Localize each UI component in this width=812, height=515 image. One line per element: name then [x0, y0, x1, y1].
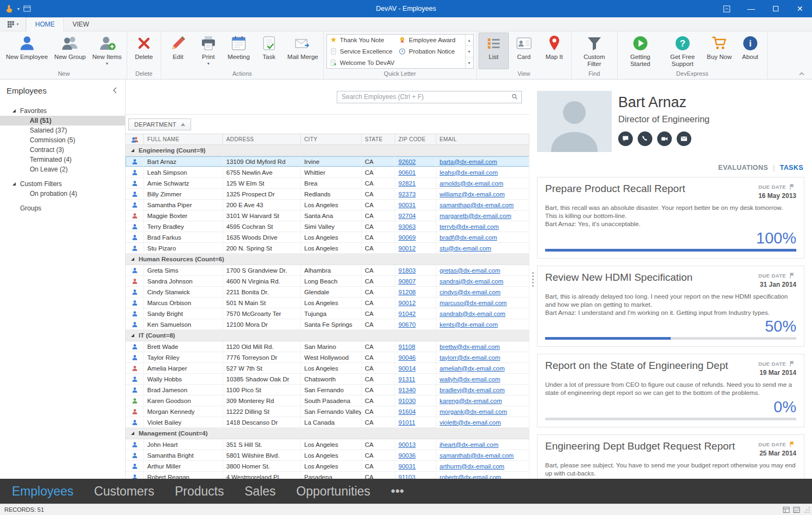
- zip-link[interactable]: 92821: [398, 180, 416, 187]
- employee-row-karen-goodson[interactable]: Karen Goodson309 Monterey RdSouth Pasade…: [126, 395, 529, 406]
- group-row-engineering-count-9[interactable]: Engineering (Count=9): [126, 145, 529, 156]
- employee-row-bart-arnaz[interactable]: Bart Arnaz13109 Old Myford RdIrvineCA926…: [126, 156, 529, 167]
- column-header-address[interactable]: ADDRESS: [223, 134, 301, 144]
- email-link[interactable]: ameliah@dx-email.com: [440, 365, 505, 372]
- email-link[interactable]: williamz@dx-email.com: [440, 191, 505, 197]
- task-card-report-on-the-state-of-engineering-dept[interactable]: Report on the State of Engineering DeptD…: [537, 354, 804, 427]
- task-card-prepare-product-recall-report[interactable]: Prepare Product Recall ReportDUE DATE16 …: [537, 177, 804, 259]
- search-input[interactable]: [337, 93, 508, 101]
- ribbon-button-edit[interactable]: Edit: [163, 32, 193, 69]
- quick-letter-employee-award[interactable]: Employee Award: [396, 35, 465, 46]
- ribbon-tab-home[interactable]: HOME: [26, 17, 64, 31]
- ribbon-button-get-free-support[interactable]: ?Get Free Support: [662, 32, 704, 69]
- zip-link[interactable]: 90069: [398, 234, 416, 241]
- zip-link[interactable]: 91311: [398, 376, 415, 382]
- zip-link[interactable]: 91103: [398, 474, 415, 479]
- tree-item-all-51[interactable]: All (51): [0, 116, 125, 126]
- ribbon-button-buy-now[interactable]: Buy Now: [704, 32, 735, 69]
- employee-row-sandra-johnson[interactable]: Sandra Johnson4600 N Virginia Rd.Long Be…: [126, 276, 529, 287]
- ribbon-button-meeting[interactable]: Meeting: [224, 32, 254, 69]
- email-link[interactable]: brettw@dx-email.com: [440, 344, 500, 350]
- email-link[interactable]: arnolds@dx-email.com: [440, 180, 503, 187]
- sidebar-collapse-button[interactable]: [111, 87, 119, 94]
- quick-letter-probation-notice[interactable]: Probation Notice: [396, 46, 465, 57]
- employee-row-taylor-riley[interactable]: Taylor Riley7776 Torreyson DrWest Hollyw…: [126, 352, 529, 363]
- ribbon-button-map-it[interactable]: Map It: [539, 32, 569, 69]
- tree-node-groups[interactable]: Groups: [0, 203, 125, 213]
- ribbon-button-new-items[interactable]: New Items▼: [89, 32, 125, 69]
- email-link[interactable]: arthurm@dx-email.com: [440, 463, 505, 470]
- nav-products[interactable]: Products: [175, 484, 224, 499]
- ribbon-button-delete[interactable]: Delete: [129, 32, 159, 69]
- employee-row-terry-bradley[interactable]: Terry Bradley4595 Cochran StSimi ValleyC…: [126, 221, 529, 232]
- nav-sales[interactable]: Sales: [245, 484, 276, 499]
- employee-row-sandy-bright[interactable]: Sandy Bright7570 McGroarty TerTujungaCA9…: [126, 308, 529, 319]
- zip-link[interactable]: 92704: [398, 213, 416, 219]
- employee-row-samantha-bright[interactable]: Samantha Bright5801 Wilshire Blvd.Los An…: [126, 450, 529, 461]
- employee-row-wally-hobbs[interactable]: Wally Hobbs10385 Shadow Oak DrChatsworth…: [126, 374, 529, 385]
- panel-splitter[interactable]: [529, 80, 536, 479]
- column-header-employee-icon[interactable]: [126, 134, 144, 144]
- app-logo-icon[interactable]: [5, 4, 14, 13]
- email-link[interactable]: leahs@dx-email.com: [440, 169, 498, 176]
- collapse-ribbon-button[interactable]: [797, 69, 807, 77]
- employee-row-ken-samuelson[interactable]: Ken Samuelson12100 Mora DrSanta Fe Sprin…: [126, 319, 529, 330]
- zip-link[interactable]: 91604: [398, 408, 416, 415]
- email-link[interactable]: violetb@dx-email.com: [440, 419, 501, 426]
- ribbon-button-print[interactable]: Print▼: [193, 32, 224, 69]
- email-link[interactable]: jheart@dx-email.com: [440, 441, 499, 448]
- employee-row-marcus-orbison[interactable]: Marcus Orbison501 N Main StLos AngelesCA…: [126, 298, 529, 308]
- employee-row-morgan-kennedy[interactable]: Morgan Kennedy11222 Dilling StSan Fernan…: [126, 406, 529, 417]
- zip-link[interactable]: 91030: [398, 398, 416, 404]
- gallery-expand-button[interactable]: ▼: [466, 57, 473, 68]
- email-link[interactable]: taylorr@dx-email.com: [440, 354, 500, 361]
- zip-link[interactable]: 91011: [398, 419, 415, 426]
- card-view-toggle-icon[interactable]: [793, 506, 800, 513]
- gallery-down-button[interactable]: ▼: [466, 46, 473, 57]
- zip-link[interactable]: 90046: [398, 354, 416, 361]
- zip-link[interactable]: 91208: [398, 289, 416, 295]
- column-header-full-name[interactable]: FULL NAME: [144, 134, 223, 144]
- employee-row-amelia-harper[interactable]: Amelia Harper527 W 7th StLos AngelesCA90…: [126, 363, 529, 374]
- employee-row-greta-sims[interactable]: Greta Sims1700 S Grandview Dr.AlhambraCA…: [126, 265, 529, 276]
- column-header-email[interactable]: EMAIL: [436, 134, 529, 144]
- gallery-up-button[interactable]: ▲: [466, 35, 473, 46]
- tree-item-contract-3[interactable]: Contract (3): [0, 145, 125, 155]
- email-link[interactable]: sandraj@dx-email.com: [440, 278, 503, 285]
- zip-link[interactable]: 91108: [398, 344, 415, 350]
- employee-row-violet-bailey[interactable]: Violet Bailey1418 Descanso DrLa CanadaCA…: [126, 417, 529, 428]
- email-link[interactable]: samanthap@dx-email.com: [440, 202, 514, 208]
- email-link[interactable]: bradleyj@dx-email.com: [440, 387, 505, 393]
- close-button[interactable]: ✕: [788, 0, 812, 17]
- email-link[interactable]: barta@dx-email.com: [440, 159, 497, 165]
- tree-node-favorites[interactable]: Favorites: [0, 105, 125, 116]
- task-card-engineering-dept-budget-request-report[interactable]: Engineering Dept Budget Request ReportDU…: [537, 434, 804, 479]
- zip-link[interactable]: 90014: [398, 365, 416, 372]
- zip-link[interactable]: 90013: [398, 441, 416, 448]
- email-link[interactable]: marcuso@dx-email.com: [440, 300, 507, 306]
- quick-letter-thank-you-note[interactable]: Thank You Note: [327, 35, 396, 46]
- employee-row-brad-farkus[interactable]: Brad Farkus1635 Woods DriveLos AngelesCA…: [126, 232, 529, 243]
- group-row-it-count-8[interactable]: IT (Count=8): [126, 330, 529, 341]
- zip-link[interactable]: 90012: [398, 245, 416, 252]
- ribbon-button-task[interactable]: Task: [254, 32, 284, 69]
- zip-link[interactable]: 90031: [398, 202, 416, 208]
- detail-tab-evaluations[interactable]: EVALUATIONS: [718, 164, 768, 171]
- tree-item-terminated-4[interactable]: Terminated (4): [0, 155, 125, 164]
- zip-link[interactable]: 93063: [398, 223, 416, 230]
- employee-row-brad-jameson[interactable]: Brad Jameson1100 Pico StSan FernandoCA91…: [126, 385, 529, 395]
- tree-item-on-leave-2[interactable]: On Leave (2): [0, 164, 125, 174]
- ribbon-tab-view[interactable]: VIEW: [64, 17, 98, 31]
- list-view-toggle-icon[interactable]: [783, 506, 790, 513]
- ribbon-button-new-employee[interactable]: New Employee: [3, 32, 51, 69]
- ribbon-button-list[interactable]: List: [479, 32, 509, 69]
- zip-link[interactable]: 90601: [398, 169, 416, 176]
- email-link[interactable]: cindys@dx-email.com: [440, 289, 501, 295]
- zip-link[interactable]: 91042: [398, 311, 416, 317]
- employee-row-robert-reagan[interactable]: Robert Reagan4 Westmoreland Pl.PasadenaC…: [126, 472, 529, 479]
- application-menu-button[interactable]: ▾: [0, 17, 26, 31]
- email-link[interactable]: margaretb@dx-email.com: [440, 213, 511, 219]
- employee-row-arthur-miller[interactable]: Arthur Miller3800 Homer St.Los AngelesCA…: [126, 461, 529, 472]
- email-link[interactable]: gretas@dx-email.com: [440, 267, 500, 274]
- zip-link[interactable]: 91340: [398, 387, 416, 393]
